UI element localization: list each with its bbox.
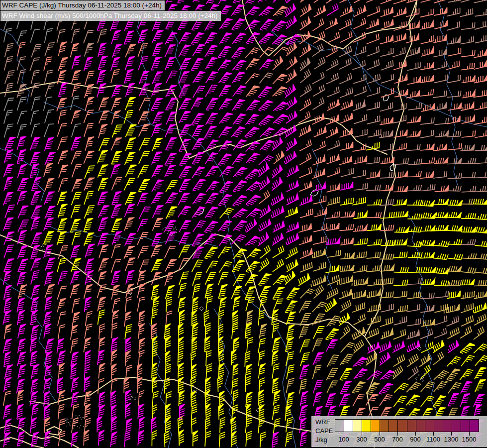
colorbar-tick (415, 432, 416, 436)
legend-title: WRF CAPE J/kg (315, 418, 333, 445)
colorbar-cell (470, 420, 479, 432)
header-line-shear: WRF Wind shear (m/s) 500/1000hPa Thursda… (0, 10, 221, 21)
colorbar-cell (389, 420, 397, 432)
colorbar-cell (335, 420, 344, 432)
legend-title-line-1: WRF (315, 418, 333, 427)
colorbar-tick (451, 432, 452, 436)
colorbar-cell (461, 420, 470, 432)
colorbar-cell (380, 420, 389, 432)
colorbar-cell (443, 420, 452, 432)
colorbar-cell (362, 420, 371, 432)
colorbar-tick (344, 432, 344, 436)
cape-colorbar (335, 419, 479, 432)
weather-map (0, 0, 487, 448)
colorbar-tick (362, 432, 362, 436)
colorbar-tick (397, 432, 398, 436)
header-panel: WRF CAPE (J/kg) Thursday 06-11-2025 18:0… (0, 0, 221, 21)
colorbar-tick (380, 432, 380, 436)
colorbar-tick (469, 432, 470, 436)
colorbar-cell (344, 420, 353, 432)
colorbar-cell (425, 420, 434, 432)
colorbar-cell (416, 420, 425, 432)
legend-title-line-3: J/kg (315, 436, 333, 445)
colorbar-tick-label: 1500 (458, 436, 480, 443)
cape-legend-panel: WRF CAPE J/kg 10030050070090011001300150… (311, 416, 487, 448)
header-line-cape: WRF CAPE (J/kg) Thursday 06-11-2025 18:0… (0, 0, 165, 11)
colorbar-cell (407, 420, 416, 432)
weather-map-screen: WRF CAPE (J/kg) Thursday 06-11-2025 18:0… (0, 0, 487, 448)
legend-title-line-2: CAPE (315, 427, 333, 436)
colorbar-cell (397, 420, 406, 432)
colorbar-tick (433, 432, 434, 436)
colorbar-cell (434, 420, 443, 432)
colorbar-cell (353, 420, 362, 432)
colorbar-cell (371, 420, 380, 432)
colorbar-cell (452, 420, 461, 432)
